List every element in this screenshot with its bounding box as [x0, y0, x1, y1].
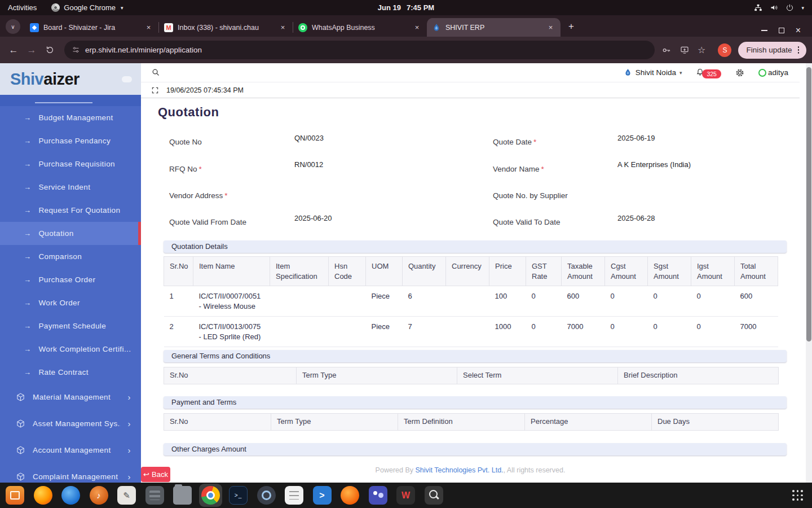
sidebar-item-account-management[interactable]: Account Management ›: [0, 437, 141, 463]
address-bar[interactable]: erp.shivit.net.in/minierp/application: [64, 41, 655, 59]
forward-nav-button[interactable]: →: [24, 42, 39, 58]
jira-icon: [30, 23, 39, 32]
sidebar-item-purchase-pendancy[interactable]: → Purchase Pendancy: [0, 129, 141, 152]
sidebar-logo-bar: Shivaizer: [0, 63, 141, 95]
page-scrollbar[interactable]: [806, 63, 812, 483]
company-selector[interactable]: Shivit Noida ▾: [624, 68, 682, 77]
caret-down-icon: ▾: [801, 5, 804, 11]
app-icon[interactable]: [257, 486, 276, 505]
firefox-icon[interactable]: [34, 486, 52, 505]
more-menu-icon[interactable]: [798, 46, 800, 54]
writer-icon[interactable]: W: [396, 486, 415, 505]
sidebar-item-material-management[interactable]: Material Management ›: [0, 384, 141, 410]
tab-shivit-erp[interactable]: SHIVIT ERP ×: [427, 18, 561, 37]
sidebar-item-partial[interactable]: [0, 95, 141, 106]
tab-search-button[interactable]: ∨: [6, 19, 20, 34]
tab-close-icon[interactable]: ×: [412, 23, 422, 32]
browser-toolbar: ← → erp.shivit.net.in/minierp/applicatio…: [0, 37, 812, 63]
arrow-right-icon: →: [24, 229, 31, 238]
bookmark-star-icon[interactable]: ☆: [698, 45, 705, 55]
thunderbird-icon[interactable]: [61, 486, 80, 505]
minimize-button[interactable]: [761, 30, 767, 31]
section-other-charges[interactable]: Other Charges Amount: [164, 443, 787, 456]
new-tab-button[interactable]: +: [564, 19, 579, 34]
sidebar-item-work-completion-certificate[interactable]: → Work Completion Certifi...: [0, 338, 141, 361]
system-status-area[interactable]: ▾: [754, 3, 804, 12]
sidebar-item-purchase-order[interactable]: → Purchase Order: [0, 268, 141, 291]
reload-button[interactable]: [42, 42, 58, 58]
settings-button[interactable]: [735, 68, 745, 78]
field-label: Quote Valid To Date: [493, 218, 562, 226]
chrome-icon: [51, 3, 60, 12]
clock[interactable]: Jun 19 7:45 PM: [378, 3, 434, 12]
screenshot-tool-icon[interactable]: [425, 486, 443, 505]
tab-jira[interactable]: Board - Shivaizer - Jira ×: [25, 18, 158, 37]
libreoffice-icon[interactable]: [285, 486, 303, 505]
shivaizer-logo: Shivaizer: [10, 70, 80, 89]
chrome-icon[interactable]: [201, 486, 220, 505]
tab-whatsapp[interactable]: WhatsApp Business ×: [293, 18, 427, 37]
scrollbar-thumb[interactable]: [806, 67, 811, 341]
package-icon: [16, 445, 25, 455]
tab-close-icon[interactable]: ×: [546, 23, 555, 32]
finish-update-button[interactable]: Finish update: [738, 42, 806, 59]
folder-icon[interactable]: [173, 486, 192, 505]
arrow-right-icon: →: [24, 299, 31, 307]
notifications-button[interactable]: 325: [695, 67, 721, 78]
sidebar-item-rate-contract[interactable]: → Rate Contract: [0, 361, 141, 384]
browser-window: ∨ Board - Shivaizer - Jira × M Inbox (33…: [0, 15, 812, 483]
show-applications-icon[interactable]: [792, 490, 803, 501]
sidebar-item-payment-schedule[interactable]: → Payment Schedule: [0, 314, 141, 338]
activities-button[interactable]: Activities: [8, 3, 37, 12]
rhythmbox-icon[interactable]: ♪: [90, 486, 108, 505]
profile-avatar[interactable]: S: [718, 43, 731, 57]
back-nav-button[interactable]: ←: [6, 42, 21, 58]
sidebar-item-asset-management-system[interactable]: Asset Management Sys... ›: [0, 410, 141, 437]
field-label: Quote Date*: [493, 138, 536, 146]
section-general-terms[interactable]: General Terms and Conditions: [164, 350, 787, 362]
tab-close-icon[interactable]: ×: [144, 23, 153, 32]
text-editor-icon[interactable]: ✎: [117, 486, 136, 505]
sidebar-item-purchase-requisition[interactable]: → Purchase Requisition: [0, 152, 141, 176]
sidebar-collapse-toggle[interactable]: [122, 76, 132, 82]
arrow-right-icon: →: [24, 275, 31, 284]
shivit-technologies-link[interactable]: Shivit Technologies Pvt. Ltd.: [415, 466, 503, 474]
package-icon: [16, 419, 25, 428]
app-menu[interactable]: Google Chrome ▾: [51, 3, 123, 12]
sidebar-item-service-indent[interactable]: → Service Indent: [0, 176, 141, 199]
arrow-right-icon: →: [24, 206, 31, 214]
user-menu[interactable]: aditya: [758, 68, 788, 77]
clock-time: 7:45 PM: [407, 3, 434, 12]
dock: ♪ ✎ >_ > W: [0, 483, 812, 508]
sidebar-item-comparison[interactable]: → Comparison: [0, 245, 141, 268]
sidebar-item-quotation[interactable]: → Quotation: [0, 222, 141, 245]
payment-terms-table: Sr.NoTerm Type Term DefinitionPercentage…: [164, 413, 779, 431]
password-key-icon[interactable]: [661, 45, 672, 55]
sidebar-item-complaint-management[interactable]: Complaint Management ›: [0, 463, 141, 483]
browser-icon[interactable]: [341, 486, 359, 505]
back-button[interactable]: ↩ Back: [141, 467, 170, 482]
close-button[interactable]: ×: [796, 28, 801, 33]
search-icon[interactable]: [151, 68, 161, 77]
tab-close-icon[interactable]: ×: [278, 23, 288, 32]
terminal-icon[interactable]: >_: [229, 486, 248, 505]
section-payment-terms[interactable]: Payment and Terms: [164, 396, 787, 409]
whatsapp-icon: [298, 23, 307, 32]
teams-icon[interactable]: [369, 486, 387, 505]
restore-button[interactable]: [779, 28, 784, 33]
sidebar-item-work-order[interactable]: → Work Order: [0, 291, 141, 314]
trash-icon[interactable]: [6, 486, 24, 505]
site-info-icon[interactable]: [72, 46, 80, 54]
chevron-right-icon: ›: [128, 472, 131, 481]
erp-main: Shivit Noida ▾ 325: [141, 63, 800, 483]
sidebar-item-budget-management[interactable]: → Budget Management: [0, 106, 141, 129]
sidebar-item-request-for-quotation[interactable]: → Request For Quotation: [0, 199, 141, 222]
install-icon[interactable]: [679, 45, 690, 55]
vscode-icon[interactable]: >: [313, 486, 332, 505]
field-label: Vendor Name*: [493, 165, 544, 173]
fullscreen-icon[interactable]: [151, 86, 159, 94]
section-quotation-details[interactable]: Quotation Details: [164, 240, 787, 253]
tab-gmail[interactable]: M Inbox (338) - shivani.chau ×: [159, 18, 293, 37]
files-icon[interactable]: [145, 486, 164, 505]
field-value: 2025-06-28: [617, 214, 655, 222]
